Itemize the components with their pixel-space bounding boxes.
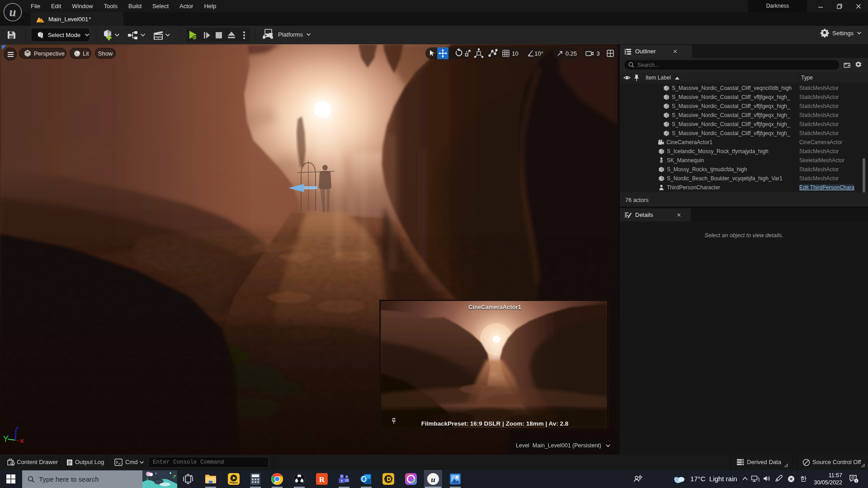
- svg-text:1: 1: [855, 479, 857, 483]
